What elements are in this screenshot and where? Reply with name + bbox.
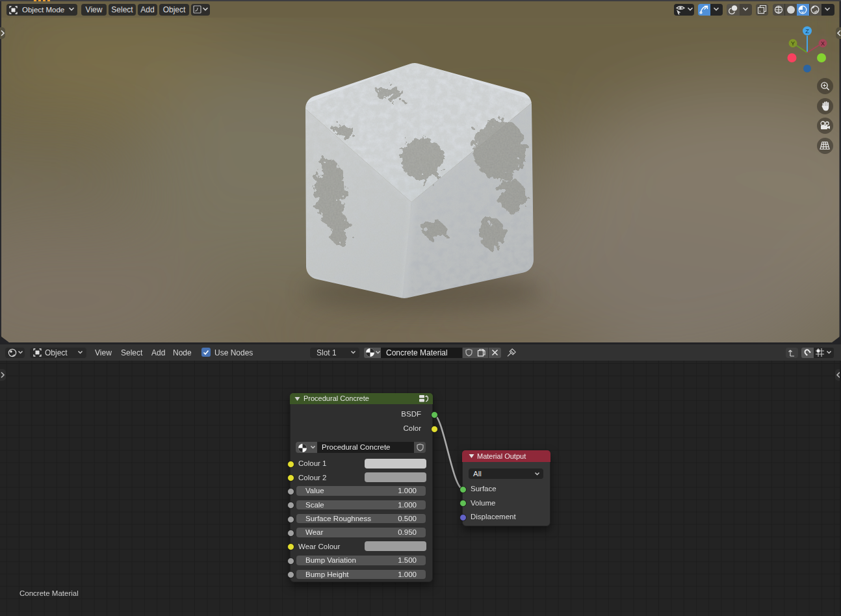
svg-text:Y: Y [791,40,795,47]
svg-text:Z: Z [805,28,809,34]
svg-text:X: X [821,40,825,47]
